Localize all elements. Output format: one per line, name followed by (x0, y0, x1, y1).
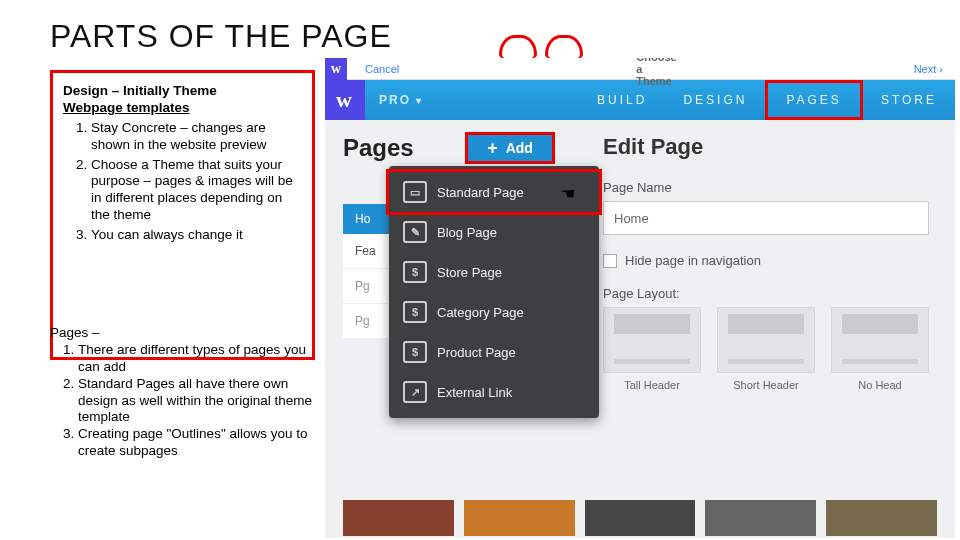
dollar-icon: $ (403, 341, 427, 363)
page-icon: ▭ (403, 181, 427, 203)
page-type-menu: ▭Standard Page ✎Blog Page $Store Page $C… (389, 166, 599, 418)
weebly-logo[interactable]: w (325, 80, 365, 120)
chevron-down-icon: ▾ (416, 95, 423, 106)
slide-title: PARTS OF THE PAGE (0, 0, 960, 55)
pro-badge[interactable]: PRO ▾ (371, 93, 431, 107)
edit-icon: ✎ (403, 221, 427, 243)
hide-label: Hide page in navigation (625, 253, 761, 268)
theme-topbar: w Cancel Choose a Theme Next › (325, 58, 955, 80)
theme-thumb[interactable] (343, 500, 454, 536)
pages-item: There are different types of pages you c… (78, 342, 315, 376)
edit-page-column: Edit Page Page Name Hide page in navigat… (603, 134, 941, 391)
layout-thumb[interactable]: Tall Header (603, 307, 701, 391)
cancel-link[interactable]: Cancel (365, 63, 399, 75)
layout-thumb[interactable]: No Head (831, 307, 929, 391)
nav-store[interactable]: STORE (863, 80, 955, 120)
add-button[interactable]: + Add (465, 132, 555, 164)
layout-label: Page Layout: (603, 286, 929, 301)
theme-thumb[interactable] (826, 500, 937, 536)
dollar-icon: $ (403, 261, 427, 283)
menu-external-link[interactable]: ↗External Link (389, 372, 599, 412)
nav-design[interactable]: DESIGN (665, 80, 765, 120)
next-link[interactable]: Next › (914, 63, 943, 75)
nav-pages[interactable]: PAGES (765, 80, 862, 120)
menu-category-page[interactable]: $Category Page (389, 292, 599, 332)
theme-thumbnails (325, 500, 955, 536)
screenshot-panel: w Cancel Choose a Theme Next › w PRO ▾ B… (325, 58, 955, 538)
menu-store-page[interactable]: $Store Page (389, 252, 599, 292)
pages-heading: Pages – (50, 325, 315, 342)
checkbox-icon[interactable] (603, 254, 617, 268)
main-nav: w PRO ▾ BUILD DESIGN PAGES STORE (325, 80, 955, 120)
theme-thumb[interactable] (464, 500, 575, 536)
edit-page-title: Edit Page (603, 134, 929, 160)
page-name-input[interactable] (603, 201, 929, 235)
design-item: Choose a Theme that suits your purpose –… (91, 157, 302, 225)
plus-icon: + (487, 138, 498, 159)
weebly-logo-small: w (325, 58, 347, 80)
menu-product-page[interactable]: $Product Page (389, 332, 599, 372)
pages-item: Creating page "Outlines" allows you to c… (78, 426, 315, 460)
pages-text-box: Pages – There are different types of pag… (50, 335, 315, 460)
page-name-label: Page Name (603, 180, 929, 195)
design-text-box: Design – Initially Theme Webpage templat… (50, 70, 315, 360)
hide-checkbox-row[interactable]: Hide page in navigation (603, 253, 929, 268)
nav-build[interactable]: BUILD (579, 80, 665, 120)
cursor-icon: ☚ (561, 184, 575, 203)
design-sub: Webpage templates (63, 100, 302, 117)
pages-item: Standard Pages all have there own design… (78, 376, 315, 427)
design-item: You can always change it (91, 227, 302, 244)
design-item: Stay Concrete – changes are shown in the… (91, 120, 302, 154)
menu-blog-page[interactable]: ✎Blog Page (389, 212, 599, 252)
theme-thumb[interactable] (585, 500, 696, 536)
layout-thumb[interactable]: Short Header (717, 307, 815, 391)
dollar-icon: $ (403, 301, 427, 323)
link-icon: ↗ (403, 381, 427, 403)
design-heading: Design – Initially Theme (63, 83, 302, 100)
theme-thumb[interactable] (705, 500, 816, 536)
